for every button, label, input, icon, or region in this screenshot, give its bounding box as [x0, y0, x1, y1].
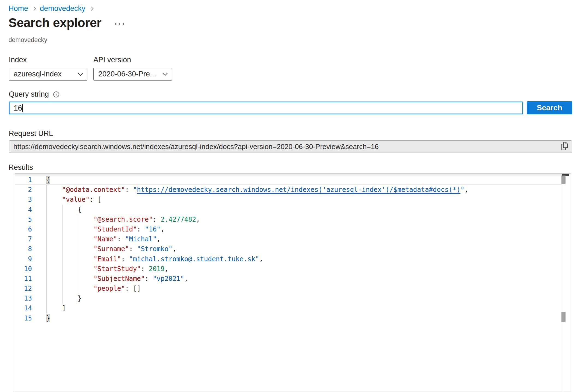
line-number: 4 — [15, 205, 32, 215]
line-number: 9 — [15, 254, 32, 264]
search-explorer-page: Home demovedecky Search explorer ··· dem… — [0, 0, 574, 392]
line-number: 14 — [15, 303, 32, 313]
page-header: Search explorer ··· — [8, 15, 126, 30]
breadcrumb: Home demovedecky — [8, 4, 93, 13]
code-line: "Email": "michal.stromko@.student.tuke.s… — [46, 254, 561, 264]
chevron-down-icon — [162, 71, 167, 76]
text-cursor — [22, 104, 23, 112]
results-editor[interactable]: 123456789101112131415 { "@odata.context"… — [15, 173, 571, 392]
chevron-right-icon — [32, 7, 36, 11]
api-version-dropdown-value: 2020-06-30-Pre... — [98, 70, 156, 78]
code-line: { — [46, 205, 561, 215]
code-line: "@odata.context": "https://demovedecky.s… — [46, 185, 561, 195]
code-line: "@search.score": 2.4277482, — [46, 215, 561, 224]
line-number: 3 — [15, 195, 32, 204]
line-number: 5 — [15, 215, 32, 224]
code-line: "value": [ — [46, 195, 561, 204]
line-number: 2 — [15, 185, 32, 195]
line-number: 6 — [15, 224, 32, 234]
request-url-value: https://demovedecky.search.windows.net/i… — [13, 142, 558, 151]
code-gutter: 123456789101112131415 — [15, 175, 32, 323]
info-icon[interactable]: i — [53, 91, 59, 97]
breadcrumb-home-link[interactable]: Home — [8, 4, 28, 13]
chevron-right-icon — [89, 7, 93, 11]
query-string-input[interactable]: 16 — [9, 102, 523, 114]
line-number: 10 — [15, 264, 32, 274]
results-label: Results — [8, 163, 33, 172]
line-number: 13 — [15, 293, 32, 303]
chevron-down-icon — [78, 71, 83, 76]
index-dropdown-value: azuresql-index — [14, 70, 62, 78]
api-version-label: API version — [93, 56, 131, 64]
search-button[interactable]: Search — [527, 101, 572, 114]
editor-scrollbar[interactable] — [562, 174, 569, 392]
line-number: 7 — [15, 234, 32, 244]
code-line: "StudentId": "16", — [46, 224, 561, 234]
index-label: Index — [9, 56, 27, 64]
breadcrumb-demovedecky-link[interactable]: demovedecky — [40, 4, 85, 13]
code-line: } — [46, 293, 561, 303]
request-url-label: Request URL — [9, 129, 53, 138]
code-line: "StartStudy": 2019, — [46, 264, 561, 274]
index-dropdown[interactable]: azuresql-index — [9, 68, 87, 81]
query-string-label-row: Query string i — [9, 90, 59, 99]
code-line: "people": [] — [46, 284, 561, 293]
scrollbar-thumb-low[interactable] — [561, 312, 566, 322]
code-line: } — [46, 313, 561, 323]
line-number: 12 — [15, 284, 32, 293]
code-line: "Surname": "Stromko", — [46, 244, 561, 254]
line-number: 15 — [15, 313, 32, 323]
code-line: ] — [46, 303, 561, 313]
query-string-label: Query string — [9, 90, 49, 99]
api-version-dropdown[interactable]: 2020-06-30-Pre... — [93, 68, 172, 81]
page-title: Search explorer — [8, 15, 101, 30]
code-content: { "@odata.context": "https://demovedecky… — [46, 175, 561, 323]
copy-icon[interactable] — [561, 142, 568, 152]
line-number: 11 — [15, 274, 32, 284]
line-number: 1 — [15, 175, 32, 185]
more-menu-icon[interactable]: ··· — [114, 19, 126, 29]
line-number: 8 — [15, 244, 32, 254]
code-line: { — [46, 175, 561, 185]
scrollbar-thumb-top[interactable] — [561, 176, 566, 184]
query-string-value: 16 — [14, 104, 22, 112]
code-line: "Name": "Michal", — [46, 234, 561, 244]
code-line: "SubjectName": "vp2021", — [46, 274, 561, 284]
page-subtitle: demovedecky — [8, 36, 47, 44]
request-url-bar[interactable]: https://demovedecky.search.windows.net/i… — [9, 140, 572, 153]
